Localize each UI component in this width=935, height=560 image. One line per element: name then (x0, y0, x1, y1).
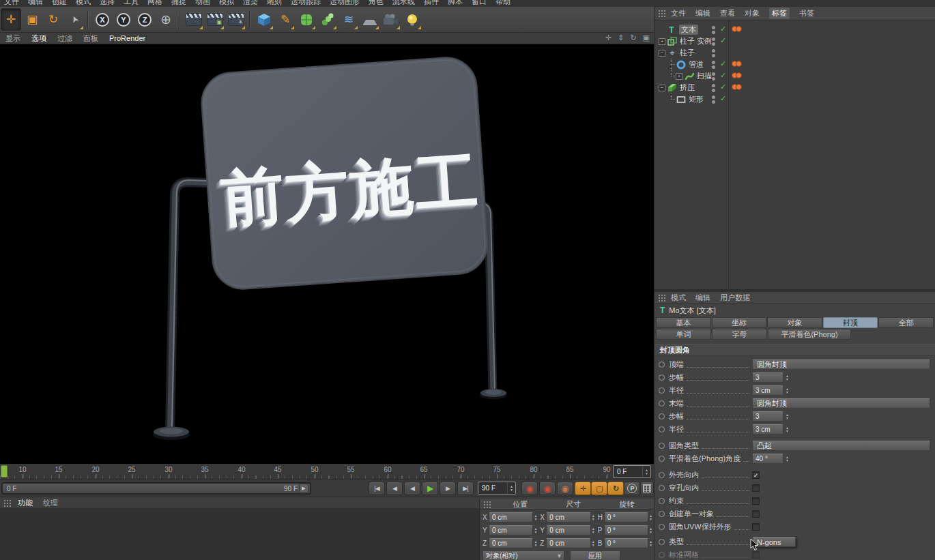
keyframe-dot-icon[interactable] (659, 400, 665, 407)
frame-spinner[interactable]: ▲▼ (642, 466, 650, 477)
keyframe-dot-icon[interactable] (659, 472, 665, 478)
object-row-sweep[interactable]: + 扫描 ✓ (654, 70, 935, 82)
object-label[interactable]: 挤压 (680, 83, 695, 93)
move-tool-button[interactable]: ✛ (1, 8, 21, 31)
coordinate-system-button[interactable]: ⊕ (156, 8, 176, 31)
floor-environment-button[interactable] (360, 8, 380, 31)
current-frame-field[interactable]: 0 F ▲▼ (613, 465, 651, 478)
spinner[interactable]: ▲▼ (591, 527, 595, 533)
keyframe-dot-icon[interactable] (659, 426, 665, 432)
menu-item[interactable]: 角色 (369, 0, 384, 7)
size-x-field[interactable]: 0 cm (546, 512, 590, 522)
keyframe-dot-icon[interactable] (659, 443, 665, 449)
spline-pen-button[interactable]: ✎ (275, 8, 296, 31)
menu-item[interactable]: 工具 (124, 0, 139, 7)
maximize-view-icon[interactable]: ▣ (643, 33, 650, 42)
object-label[interactable]: 柱子 (680, 48, 695, 58)
material-manager-panel[interactable] (0, 509, 479, 560)
keyframe-dot-icon[interactable] (659, 511, 665, 517)
menu-item[interactable]: 脚本 (448, 0, 463, 7)
object-row-pillar[interactable]: − ⌖ 柱子 (654, 47, 935, 59)
grip-icon[interactable] (3, 499, 12, 507)
menu-item[interactable]: 编辑 (28, 0, 43, 7)
size-z-field[interactable]: 0 cm (546, 538, 590, 548)
render-picture-viewer-button[interactable]: ▣ (205, 8, 225, 31)
enable-check-icon[interactable]: ✓ (720, 71, 726, 80)
object-row-tube[interactable]: 管道 ✓ (654, 59, 935, 70)
tab-caps[interactable]: 封顶 (823, 317, 878, 328)
visibility-dots[interactable] (712, 84, 715, 92)
menu-item[interactable]: 帮助 (495, 0, 510, 7)
viewport-menu-panel[interactable]: 面板 (83, 33, 98, 44)
object-label[interactable]: 文本 (679, 25, 698, 35)
render-settings-button[interactable]: ✳ (226, 8, 246, 31)
tab-phong[interactable]: 平滑着色(Phong) (768, 329, 851, 340)
record-rotation-toggle[interactable]: ↻ (607, 482, 624, 495)
light-button[interactable] (402, 8, 422, 31)
record-keyframe-button[interactable]: ◉ (521, 482, 538, 495)
menu-item[interactable]: 模式 (76, 0, 91, 7)
menu-item[interactable]: 网格 (147, 0, 162, 7)
tab-function[interactable]: 功能 (18, 498, 33, 508)
object-row-text[interactable]: T 文本 ✓ (654, 24, 935, 35)
position-x-field[interactable]: 0 cm (489, 512, 533, 522)
visibility-dots[interactable] (712, 72, 715, 80)
tab-letters[interactable]: 字母 (712, 329, 767, 340)
tab-texture[interactable]: 纹理 (43, 498, 58, 508)
camera-button[interactable] (381, 8, 401, 31)
subdivision-surface-button[interactable] (296, 8, 317, 31)
grip-icon[interactable] (658, 294, 666, 301)
menu-item[interactable]: 窗口 (472, 0, 487, 7)
tab-object[interactable]: 对象 (767, 317, 822, 328)
current-frame-marker[interactable] (1, 465, 8, 477)
keyframe-dot-icon[interactable] (659, 387, 665, 394)
tab-all[interactable]: 全部 (878, 317, 934, 328)
x-axis-lock-button[interactable]: X (92, 8, 113, 31)
keyframe-dot-icon[interactable] (659, 485, 665, 491)
om-menu-edit[interactable]: 编辑 (695, 8, 710, 18)
y-axis-lock-button[interactable]: Y (113, 8, 134, 31)
viewport-menu-display[interactable]: 显示 (5, 33, 20, 44)
previous-key-button[interactable]: ◀ (386, 482, 403, 495)
menu-item[interactable]: 流水线 (392, 0, 415, 7)
rotation-h-field[interactable]: 0 ° (604, 512, 648, 522)
record-parameter-toggle[interactable]: P (624, 482, 640, 495)
visibility-dots[interactable] (712, 38, 715, 46)
fillet-type-dropdown[interactable]: 凸起 (752, 441, 930, 451)
cloner-button[interactable] (317, 8, 338, 31)
spinner[interactable]: ▲▼ (648, 540, 652, 546)
tag-icons[interactable] (732, 84, 742, 90)
last-used-tool-button[interactable]: ➤ (64, 8, 85, 31)
rotation-p-field[interactable]: 0 ° (604, 525, 648, 535)
next-frame-button[interactable]: ▶ (440, 482, 456, 495)
am-menu-edit[interactable]: 编辑 (695, 293, 710, 303)
z-axis-lock-button[interactable]: Z (134, 8, 155, 31)
enable-check-icon[interactable]: ✓ (720, 36, 726, 45)
spinner[interactable]: ▲▼ (591, 514, 595, 520)
keyframe-dot-icon[interactable] (659, 362, 665, 368)
previous-frame-button[interactable]: ◀ (404, 482, 420, 495)
goto-start-button[interactable]: |◀ (369, 482, 385, 495)
om-menu-view[interactable]: 查看 (720, 8, 735, 18)
coordinate-mode-dropdown[interactable]: 对象(相对)▾ (483, 550, 564, 560)
rotate-view-icon[interactable]: ↻ (630, 33, 636, 42)
record-position-toggle[interactable]: ✛ (575, 482, 591, 495)
phong-angle-spinner[interactable]: 40 °▲▼ (752, 454, 791, 464)
visibility-dots[interactable] (712, 49, 715, 57)
object-row-rectangle[interactable]: 矩形 ✓ (654, 93, 935, 105)
main-menu-bar[interactable]: 文件编辑创建模式选择工具网格捕捉动画模拟渲染雕刻运动跟踪运动图形角色流水线插件脚… (0, 0, 935, 7)
visibility-dots[interactable] (712, 61, 715, 69)
enable-check-icon[interactable]: ✓ (720, 59, 726, 68)
record-pla-toggle[interactable] (640, 482, 654, 495)
spinner[interactable]: ▲▼ (648, 514, 652, 520)
object-label[interactable]: 扫描 (697, 71, 712, 81)
range-handle[interactable]: ▶ (299, 484, 308, 493)
holes-inward-checkbox[interactable] (752, 484, 760, 492)
goto-end-button[interactable]: ▶| (457, 482, 474, 495)
single-object-checkbox[interactable] (752, 510, 760, 518)
keyframe-dot-icon[interactable] (659, 498, 665, 504)
expander-closed-icon[interactable]: + (676, 73, 682, 80)
object-manager-tree[interactable]: T 文本 ✓ + 柱子 实例 ✓ − ⌖ 柱子 (654, 20, 935, 289)
timeline-ruler[interactable]: 10 15 20 25 30 35 40 45 50 55 60 65 70 7… (0, 464, 654, 480)
top-cap-dropdown[interactable]: 圆角封顶 (752, 359, 930, 370)
